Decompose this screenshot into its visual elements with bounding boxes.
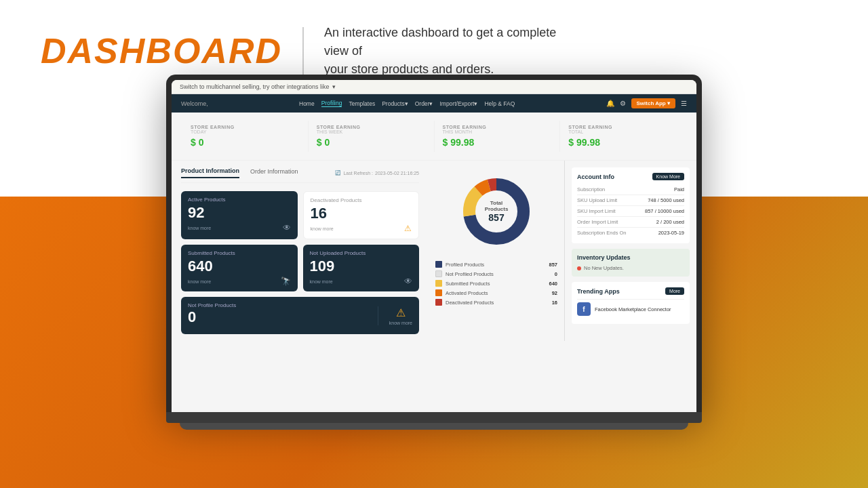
laptop-container: Switch to multichannel selling, try othe… bbox=[166, 75, 702, 430]
not-uploaded-products-footer: know more 👁 bbox=[310, 277, 413, 286]
content-left: Product Information Order Information 🔄 … bbox=[172, 161, 429, 341]
nav-help[interactable]: Help & FAQ bbox=[484, 100, 515, 107]
legend-activated: Activated Products 92 bbox=[435, 288, 557, 298]
earning-total-sublabel: TOTAL bbox=[568, 129, 677, 134]
right-panel: Account Info Know More Subscription Paid… bbox=[564, 161, 696, 341]
earning-week-label: STORE EARNING bbox=[317, 125, 426, 129]
not-profile-products-card: Not Profile Products 0 ⚠ know more bbox=[181, 297, 419, 334]
submitted-products-value: 640 bbox=[188, 259, 291, 274]
legend-value-activated: 92 bbox=[552, 290, 557, 296]
earning-total-value: $ 99.98 bbox=[568, 137, 677, 148]
not-profile-know-more[interactable]: know more bbox=[389, 321, 412, 325]
not-uploaded-products-card: Not Uploaded Products 109 know more 👁 bbox=[303, 245, 420, 291]
earning-week: STORE EARNING THIS WEEK $ 0 bbox=[309, 121, 435, 152]
account-info-header: Account Info Know More bbox=[577, 173, 684, 180]
info-row-sku-import: SKU Import Limit 857 / 10000 used bbox=[577, 206, 684, 217]
trending-title: Trending Apps bbox=[577, 288, 620, 295]
banner-text: Switch to multichannel selling, try othe… bbox=[180, 83, 336, 90]
legend-submitted: Submitted Products 640 bbox=[435, 279, 557, 288]
nav-right: 🔔 ⚙ Switch App ▾ ☰ bbox=[606, 98, 687, 108]
tab-order-info[interactable]: Order Information bbox=[250, 168, 298, 178]
account-info-know-more[interactable]: Know More bbox=[652, 173, 684, 180]
refresh-icon: 🔄 bbox=[335, 170, 341, 176]
active-know-more[interactable]: know more bbox=[188, 226, 211, 230]
hamburger-icon[interactable]: ☰ bbox=[681, 100, 687, 107]
active-products-card: Active Products 92 know more 👁 bbox=[181, 191, 298, 239]
active-products-label: Active Products bbox=[188, 197, 291, 203]
earning-month-sublabel: THIS MONTH bbox=[443, 129, 552, 134]
switch-app-button[interactable]: Switch App ▾ bbox=[631, 98, 675, 108]
no-updates-dot bbox=[577, 266, 581, 270]
legend-profiled-left: Profiled Products bbox=[435, 261, 484, 268]
info-value-subscription-ends: 2023-05-19 bbox=[658, 230, 684, 236]
info-label-subscription-ends: Subscription Ends On bbox=[577, 230, 627, 236]
legend-label-deactivated: Deactivated Products bbox=[446, 300, 494, 306]
legend-value-submitted: 640 bbox=[549, 281, 557, 287]
main-area: Product Information Order Information 🔄 … bbox=[172, 161, 696, 341]
legend-submitted-left: Submitted Products bbox=[435, 280, 490, 287]
legend-label-profiled: Profiled Products bbox=[446, 262, 484, 268]
laptop-screen: Switch to multichannel selling, try othe… bbox=[172, 80, 696, 412]
nav-home[interactable]: Home bbox=[299, 100, 315, 107]
chart-legend: Profiled Products 857 Not Profiled Produ… bbox=[435, 260, 557, 307]
info-row-subscription: Subscription Paid bbox=[577, 184, 684, 195]
no-updates-text: No New Updates. bbox=[584, 265, 624, 271]
navbar: Welcome, Home Profiling Templates Produc… bbox=[172, 94, 696, 113]
nav-import-export[interactable]: Import/Export▾ bbox=[439, 100, 477, 107]
earning-month-value: $ 99.98 bbox=[443, 137, 552, 148]
donut-title: Total Products bbox=[478, 200, 515, 212]
trending-more-btn[interactable]: More bbox=[665, 287, 684, 295]
nav-profiling[interactable]: Profiling bbox=[321, 100, 342, 107]
legend-value-profiled: 857 bbox=[549, 262, 557, 268]
legend-color-profiled bbox=[435, 261, 442, 268]
trending-app-facebook[interactable]: f Facebook Marketplace Connector bbox=[577, 299, 684, 319]
nav-products[interactable]: Products▾ bbox=[382, 100, 408, 107]
nav-order[interactable]: Order▾ bbox=[415, 100, 433, 107]
legend-label-not-profiled: Not Profiled Products bbox=[446, 271, 494, 277]
legend-deactivated: Deactivated Products 16 bbox=[435, 298, 557, 307]
nav-links: Home Profiling Templates Products▾ Order… bbox=[299, 100, 515, 107]
donut-chart: Total Products 857 bbox=[459, 174, 534, 249]
earnings-section: STORE EARNING TODAY $ 0 STORE EARNING TH… bbox=[172, 113, 696, 161]
info-row-order-import: Order Import Limit 2 / 200 used bbox=[577, 217, 684, 228]
earning-week-sublabel: THIS WEEK bbox=[317, 129, 426, 134]
eye-icon-not-uploaded: 👁 bbox=[404, 277, 412, 286]
binoculars-icon: 🔭 bbox=[281, 277, 291, 286]
donut-section: Total Products 857 Profiled Products 857 bbox=[429, 161, 564, 341]
not-uploaded-products-value: 109 bbox=[310, 259, 413, 274]
submitted-know-more[interactable]: know more bbox=[188, 279, 211, 284]
legend-color-activated bbox=[435, 289, 442, 296]
facebook-app-name: Facebook Marketplace Connector bbox=[595, 306, 671, 312]
nav-templates[interactable]: Templates bbox=[349, 100, 375, 107]
deactivated-know-more[interactable]: know more bbox=[311, 226, 334, 231]
legend-activated-left: Activated Products bbox=[435, 289, 488, 296]
account-info-title: Account Info bbox=[577, 174, 614, 180]
info-row-subscription-ends: Subscription Ends On 2023-05-19 bbox=[577, 228, 684, 238]
refresh-label: Last Refresh : bbox=[343, 171, 373, 176]
deactivated-products-value: 16 bbox=[311, 206, 412, 221]
info-value-sku-upload: 748 / 5000 used bbox=[648, 197, 684, 203]
legend-not-profiled-left: Not Profiled Products bbox=[435, 270, 494, 277]
legend-deactivated-left: Deactivated Products bbox=[435, 299, 494, 306]
tab-product-info[interactable]: Product Information bbox=[181, 167, 239, 178]
nav-welcome: Welcome, bbox=[181, 100, 208, 107]
title-divider bbox=[302, 27, 304, 75]
info-label-order-import: Order Import Limit bbox=[577, 219, 618, 225]
info-label-sku-import: SKU Import Limit bbox=[577, 208, 616, 214]
not-uploaded-know-more[interactable]: know more bbox=[310, 279, 333, 284]
legend-color-not-profiled bbox=[435, 270, 442, 277]
not-profile-left: Not Profile Products 0 bbox=[188, 302, 371, 329]
product-card-grid: Active Products 92 know more 👁 Deactivat… bbox=[181, 191, 419, 291]
not-profile-right: ⚠ know more bbox=[378, 306, 412, 325]
dropdown-icon[interactable]: ▾ bbox=[332, 83, 336, 90]
submitted-products-footer: know more 🔭 bbox=[188, 277, 291, 286]
deactivated-products-card: Deactivated Products 16 know more ⚠ bbox=[303, 191, 420, 239]
warning-icon-deactivated: ⚠ bbox=[404, 224, 412, 233]
info-value-order-import: 2 / 200 used bbox=[656, 219, 684, 225]
gear-icon[interactable]: ⚙ bbox=[620, 100, 626, 107]
legend-label-activated: Activated Products bbox=[446, 290, 488, 296]
submitted-products-label: Submitted Products bbox=[188, 250, 291, 256]
bell-icon[interactable]: 🔔 bbox=[606, 100, 614, 107]
legend-value-deactivated: 16 bbox=[552, 300, 557, 306]
not-uploaded-products-label: Not Uploaded Products bbox=[310, 250, 413, 256]
